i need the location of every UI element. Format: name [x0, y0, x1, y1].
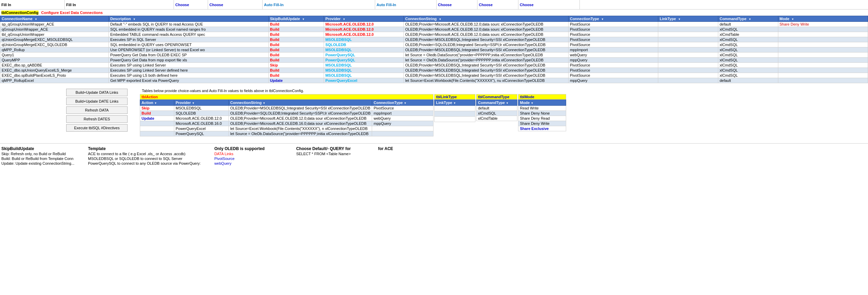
table-cell[interactable]: PivotSource [568, 42, 658, 47]
table-cell[interactable]: xlCmdSQL [718, 53, 778, 58]
table-cell[interactable]: MSOLEDBSQL [324, 73, 403, 78]
table-cell[interactable] [658, 78, 718, 83]
table-cell[interactable]: sp_qGroupUnionWrapper_ACE [0, 22, 109, 27]
table-cell[interactable]: default [476, 106, 517, 111]
table-cell[interactable]: MSOLEDBSQL [174, 106, 229, 111]
table-cell[interactable]: PowerQuerySQL [324, 53, 403, 58]
table-cell[interactable]: PivotSource [568, 73, 658, 78]
table-cell[interactable] [658, 27, 718, 32]
table-cell[interactable]: SQL embedded in QUERY uses OPENROWSET [109, 42, 268, 47]
table-cell[interactable]: Build [268, 53, 324, 58]
table-cell[interactable]: Build [268, 32, 324, 37]
filter-arrow-skip[interactable]: ▼ [302, 18, 305, 21]
table-cell[interactable]: PowerQueryExcel [324, 78, 403, 83]
table-cell[interactable]: let Source = OleDb.DataSource("provider=… [404, 58, 569, 63]
col-header-cmdtype[interactable]: CommandType ▼ [718, 16, 778, 22]
table-cell[interactable]: SQLOLEDB [324, 42, 403, 47]
col-header-conntype[interactable]: ConnectionType ▼ [568, 16, 658, 22]
table-cell[interactable]: Executes SP in SQL Server [109, 37, 268, 42]
table-cell[interactable]: PowerQuerySQL [324, 58, 403, 63]
table-cell[interactable]: qMPP_RollupExcel [0, 78, 109, 83]
table-cell[interactable]: Get MPP exported Excel via PowerQuery [109, 78, 268, 83]
table-cell[interactable]: PivotSource [568, 32, 658, 37]
table-cell[interactable] [778, 32, 868, 37]
table-cell[interactable]: OLEDB;Provider=MSOLEDBSQL;Integrated Sec… [404, 37, 569, 42]
table-cell[interactable]: Microsoft.ACE.OLEDB.12.0 [324, 27, 403, 32]
table-cell[interactable]: mppImport [568, 47, 658, 53]
table-cell[interactable]: Skip [140, 106, 174, 111]
table-cell[interactable]: PowerQuerySQL [174, 131, 229, 136]
table-cell[interactable]: MSOLEDBSQL [324, 37, 403, 42]
table-cell[interactable] [435, 106, 475, 111]
table-cell[interactable]: PivotSource [568, 27, 658, 32]
table-cell[interactable] [658, 53, 718, 58]
table-cell[interactable]: xlCmdTable [476, 116, 517, 121]
table-cell[interactable]: Build [268, 73, 324, 78]
table-cell[interactable]: xlCmdSQL [718, 73, 778, 78]
table-cell[interactable]: MSOLEDBSQL [324, 47, 403, 53]
table-cell[interactable]: Microsoft.ACE.OLEDB.12.0 [324, 22, 403, 27]
table-cell[interactable]: SQLOLEDB [174, 111, 229, 116]
filter-arrow-linktype[interactable]: ▼ [678, 18, 681, 21]
table-cell[interactable] [435, 117, 475, 122]
header-choose-3[interactable]: Choose [437, 0, 477, 9]
filter-arrow-desc[interactable]: ▼ [133, 18, 136, 21]
table-cell[interactable]: PivotSource [568, 22, 658, 27]
table-cell[interactable]: PowerQuery Get Data from mpp export file… [109, 58, 268, 63]
table-cell[interactable]: QueryMPP [0, 58, 109, 63]
table-cell[interactable]: Embedded TABLE command reads Access QUER… [109, 32, 268, 37]
cmdtype2-col-header[interactable]: CommandType ▼ [476, 100, 517, 106]
action-col-header[interactable]: Action ▼ [140, 100, 174, 106]
table-cell[interactable]: xlCmdTable [718, 32, 778, 37]
table-cell[interactable]: Build [268, 47, 324, 53]
table-cell[interactable]: qUnionGroupMergeEXEC_SQLOLEDB [0, 42, 109, 47]
table-cell[interactable]: xlCmdSQL [718, 27, 778, 32]
col-header-description[interactable]: Description ▼ [109, 16, 268, 22]
table-cell[interactable]: OLEDB;Provider=MSOLEDBSQL;Integrated Sec… [404, 73, 569, 78]
table-cell[interactable]: xlCmdSQL [718, 42, 778, 47]
table-cell[interactable] [658, 63, 718, 68]
table-cell[interactable]: PivotSource [372, 106, 433, 111]
linktype2-col-header[interactable]: LinkType ▼ [435, 100, 475, 106]
table-cell[interactable] [658, 37, 718, 42]
table-cell[interactable]: OLEDB;Provider=MSOLEDBSQL;Integrated Sec… [404, 63, 569, 68]
table-cell[interactable] [658, 58, 718, 63]
refresh-dates-button[interactable]: Refresh DATES [66, 115, 128, 123]
table-cell[interactable] [778, 73, 868, 78]
table-cell[interactable] [658, 47, 718, 53]
table-cell[interactable]: Microsoft.ACE.OLEDB.12.0 [324, 32, 403, 37]
table-cell[interactable]: Build [140, 111, 174, 116]
table-cell[interactable] [778, 37, 868, 42]
table-cell[interactable] [140, 126, 174, 131]
header-choose-5[interactable]: Choose [518, 0, 580, 9]
header-choose-1[interactable]: Choose [174, 0, 208, 9]
table-cell[interactable] [140, 131, 174, 136]
table-cell[interactable]: OLEDB;Provider=SQLOLEDB;Integrated Secur… [229, 111, 372, 116]
table-cell[interactable]: xlCmdSQL [718, 47, 778, 53]
table-cell[interactable] [778, 68, 868, 73]
table-cell[interactable]: PivotSource [568, 63, 658, 68]
table-cell[interactable]: Build [268, 68, 324, 73]
table-cell[interactable]: PowerQueryExcel [174, 126, 229, 131]
table-cell[interactable]: let Source = OleDb.DataSource("provider=… [229, 131, 372, 136]
filter-arrow-cmdtype[interactable]: ▼ [749, 18, 751, 21]
table-cell[interactable]: webQuery [372, 116, 433, 121]
table-cell[interactable]: Microsoft.ACE.OLEDB.16.0 [174, 121, 229, 126]
table-cell[interactable] [435, 111, 475, 117]
build-update-date-button[interactable]: Build+Update DATE Links [66, 98, 128, 105]
table-cell[interactable]: SQL embedded in QUERY reads Excel named … [109, 27, 268, 32]
table-cell[interactable]: qGroupUnionWrapper_ACE [0, 27, 109, 32]
col-header-connname[interactable]: ConnectionName ▼ [0, 16, 109, 22]
table-cell[interactable]: mppQuery [568, 58, 658, 63]
table-cell[interactable]: xlCmdSQL [718, 63, 778, 68]
table-cell[interactable] [778, 42, 868, 47]
table-cell[interactable]: let Source=Excel.Workbook(File.Contents(… [404, 78, 569, 83]
table-cell[interactable] [778, 78, 868, 83]
table-cell[interactable] [778, 53, 868, 58]
table-cell[interactable]: xlCmdSQL [718, 58, 778, 63]
table-cell[interactable]: EXEC_dbo.spUnionQueryExcelLS_Merge [0, 68, 109, 73]
table-cell[interactable]: Share Deny Write [518, 121, 566, 126]
table-cell[interactable] [658, 73, 718, 78]
col-header-connstring[interactable]: ConnectionString ▼ [404, 16, 569, 22]
connstr2-col-header[interactable]: ConnectionString ▼ [229, 100, 372, 106]
